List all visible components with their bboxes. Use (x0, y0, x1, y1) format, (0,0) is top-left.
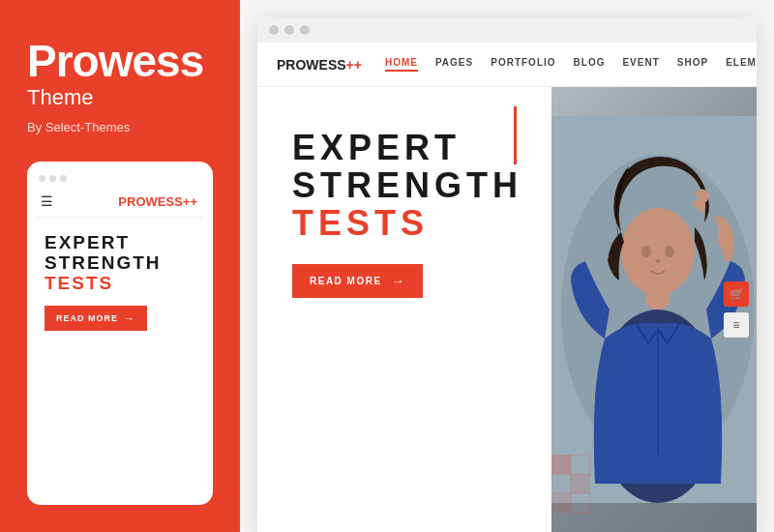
browser-maximize-btn[interactable] (300, 25, 310, 35)
mobile-read-more-button[interactable]: READ MORE → (45, 306, 147, 331)
arrow-icon: → (124, 312, 135, 324)
arrow-icon: → (392, 274, 406, 288)
scroll-down-icon[interactable]: ≡ (724, 312, 749, 338)
mobile-dot-1 (39, 175, 45, 182)
svg-point-4 (621, 208, 695, 295)
browser-close-btn[interactable] (269, 25, 279, 35)
svg-point-6 (665, 246, 674, 257)
mobile-navbar: ☰ PROWESS++ (37, 190, 203, 218)
mobile-hero: EXPERT STRENGTH TESTS READ MORE → (37, 218, 203, 342)
site-logo: PROWESS++ (277, 57, 362, 73)
vertical-accent (514, 106, 517, 164)
svg-point-5 (641, 246, 651, 257)
nav-pages[interactable]: PAGES (435, 57, 473, 72)
nav-home[interactable]: HOME (385, 57, 418, 72)
nav-elements[interactable]: ELEMENTS (726, 57, 757, 72)
scroll-controls: 🛒 ≡ (724, 281, 749, 338)
mobile-mockup: ☰ PROWESS++ EXPERT STRENGTH TESTS READ M… (27, 162, 213, 505)
mobile-dot-2 (49, 175, 56, 182)
nav-event[interactable]: EVENT (622, 57, 659, 72)
mobile-hero-text: EXPERT STRENGTH TESTS (45, 233, 195, 294)
right-panel: PROWESS++ HOME PAGES PORTFOLIO BLOG EVEN… (240, 0, 774, 532)
read-more-button[interactable]: READ MORE → (292, 264, 423, 298)
mobile-logo: PROWESS++ (118, 194, 197, 209)
left-panel: Prowess Theme By Select-Themes ☰ PROWESS… (0, 0, 240, 532)
hero-heading: EXPERT STRENGTH TESTS (292, 130, 522, 243)
mobile-dots (37, 171, 203, 190)
theme-subtitle: Theme (27, 85, 213, 110)
theme-title: Prowess (27, 39, 213, 83)
site-content: EXPERT STRENGTH TESTS READ MORE → (257, 87, 757, 532)
nav-shop[interactable]: SHOP (677, 57, 708, 72)
theme-author: By Select-Themes (27, 120, 213, 134)
browser-minimize-btn[interactable] (284, 25, 294, 35)
hero-text-area: EXPERT STRENGTH TESTS READ MORE → (257, 87, 551, 532)
browser-toolbar (257, 17, 757, 43)
mobile-dot-3 (60, 175, 67, 182)
svg-rect-12 (571, 474, 590, 493)
nav-portfolio[interactable]: PORTFOLIO (491, 57, 555, 72)
svg-rect-13 (551, 493, 571, 513)
site-nav: HOME PAGES PORTFOLIO BLOG EVENT SHOP ELE… (385, 57, 757, 72)
browser-window: PROWESS++ HOME PAGES PORTFOLIO BLOG EVEN… (257, 17, 757, 532)
site-navbar: PROWESS++ HOME PAGES PORTFOLIO BLOG EVEN… (257, 43, 757, 87)
nav-blog[interactable]: BLOG (574, 57, 606, 72)
svg-rect-9 (551, 455, 571, 474)
scroll-up-icon[interactable]: 🛒 (724, 281, 749, 307)
svg-rect-14 (571, 493, 590, 513)
svg-rect-11 (551, 474, 571, 493)
hamburger-icon[interactable]: ☰ (41, 193, 53, 209)
svg-rect-10 (571, 455, 590, 474)
